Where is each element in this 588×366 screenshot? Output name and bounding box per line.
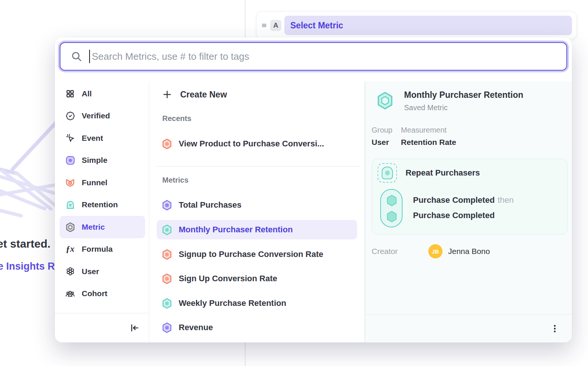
creator-row: Creator JB Jenna Bono [372,244,566,259]
creator-name: Jenna Bono [448,247,490,256]
metric-query-bar: A Select Metric [256,11,577,40]
metric-hexagon-icon [162,249,172,260]
select-metric-button[interactable]: Select Metric [284,16,572,35]
cohort-icon [65,289,75,298]
metric-row-total-purchases[interactable]: Total Purchases [157,195,357,215]
metric-letter-badge: A [270,20,281,31]
grid-icon [65,89,75,99]
metric-row-label: Monthly Purchaser Retention [179,225,293,235]
retention-icon [65,200,75,210]
sidebar-item-event[interactable]: Event [60,127,145,149]
sidebar-item-label: Cohort [82,289,107,298]
collapse-sidebar-icon[interactable] [129,323,140,333]
background-insights-link-fragment[interactable]: e Insights Re [0,261,60,272]
modal-content: All Verified Event [55,81,572,342]
sidebar-item-label: Funnel [82,178,107,187]
event-hexagon-icon [386,195,397,207]
metric-row-label: Weekly Purchase Retention [179,298,286,308]
group-value: User [372,138,392,147]
metric-hexagon-icon [162,273,172,284]
event-icon [65,133,75,143]
metric-row-signup-to-purchase-conversion-rate[interactable]: Signup to Purchase Conversion Rate [157,245,357,264]
metric-row-label: Revenue [179,323,213,332]
recent-item[interactable]: View Product to Purchase Conversi... [157,134,357,153]
measurement-value: Retention Rate [401,138,456,147]
metric-hexagon-icon [162,139,172,149]
more-options-icon[interactable] [550,324,560,334]
metric-hexagon-icon [162,322,172,333]
metric-row-weekly-purchase-retention[interactable]: Weekly Purchase Retention [157,294,357,313]
metric-details-panel: Monthly Purchaser Retention Saved Metric… [365,81,572,342]
sidebar-item-formula[interactable]: ƒx Formula [60,238,145,261]
metric-row-label: Total Purchases [179,200,241,210]
sidebar-item-simple[interactable]: Simple [60,149,145,172]
search-input[interactable] [90,51,566,62]
select-metric-label: Select Metric [290,21,343,31]
group-label: Group [372,126,392,134]
metric-hexagon-icon [162,298,172,309]
metric-row-sign-up-conversion-rate[interactable]: Sign Up Conversion Rate [157,269,357,288]
sidebar-item-label: User [82,267,99,276]
metric-hexagon-icon [162,200,172,211]
funnel-icon [65,178,75,187]
sidebar-item-user[interactable]: User [60,260,145,283]
create-new-button[interactable]: Create New [162,87,227,102]
sidebar-item-label: Simple [82,156,107,165]
sidebar-item-label: Formula [82,245,113,254]
sidebar-item-label: Metric [82,223,105,232]
creator-avatar[interactable]: JB [428,244,442,258]
details-footer [365,314,572,342]
metric-row-label: Signup to Purchase Conversion Rate [179,249,323,259]
metric-search-field[interactable] [60,42,567,71]
details-meta: Group User Measurement Retention Rate [372,126,456,147]
metrics-header: Metrics [162,176,188,184]
details-title: Monthly Purchaser Retention [404,90,523,100]
drag-handle-icon[interactable] [260,22,268,29]
plus-icon [162,90,172,99]
sidebar-item-all[interactable]: All [60,83,145,105]
recent-item-label: View Product to Purchase Conversi... [179,139,324,149]
formula-icon: ƒx [65,244,75,254]
metric-row-monthly-purchaser-retention[interactable]: Monthly Purchaser Retention [157,220,357,239]
sidebar-item-metric[interactable]: Metric [60,216,145,238]
details-header: Monthly Purchaser Retention Saved Metric [376,90,523,112]
definition-title: Repeat Purchasers [406,168,480,178]
recents-header: Recents [162,114,191,123]
search-icon [71,51,82,62]
background-headline-fragment: et started. [0,238,50,250]
sidebar-item-cohort[interactable]: Cohort [60,283,145,305]
then-connector: then [498,195,514,205]
list-divider [156,166,360,167]
creator-label: Creator [372,247,398,256]
details-subtitle: Saved Metric [404,103,523,112]
verified-icon [65,111,75,121]
metric-list-panel: Create New Recents View Product to Purch… [149,81,365,342]
metric-hexagon-icon [162,224,172,235]
metric-row-revenue[interactable]: Revenue [157,318,357,337]
event-hexagon-icon [386,211,397,223]
sidebar-item-label: All [82,89,92,98]
cohort-definition-icon [378,163,397,183]
definition-step-2: Purchase Completed [413,211,495,220]
sidebar-item-funnel[interactable]: Funnel [60,171,145,194]
simple-icon [65,155,75,165]
sidebar-item-retention[interactable]: Retention [60,194,145,216]
sidebar-item-label: Retention [82,200,118,209]
metric-row-label: Sign Up Conversion Rate [179,274,277,283]
sidebar-footer [55,313,149,342]
definition-step-1: Purchase Completedthen [413,195,514,205]
sidebar-item-label: Verified [82,111,110,120]
create-new-label: Create New [180,90,227,100]
user-icon [65,267,75,276]
metric-picker-modal: All Verified Event [55,37,572,342]
event-sequence-capsule [380,189,403,227]
filter-sidebar: All Verified Event [55,81,149,342]
metric-hexagon-icon-large [376,92,394,110]
metric-definition-card[interactable]: Repeat Purchasers Purchase Completedthen [372,159,567,235]
measurement-label: Measurement [401,126,456,134]
sidebar-item-verified[interactable]: Verified [60,105,145,127]
sidebar-item-label: Event [82,134,103,143]
metric-icon [65,222,75,232]
